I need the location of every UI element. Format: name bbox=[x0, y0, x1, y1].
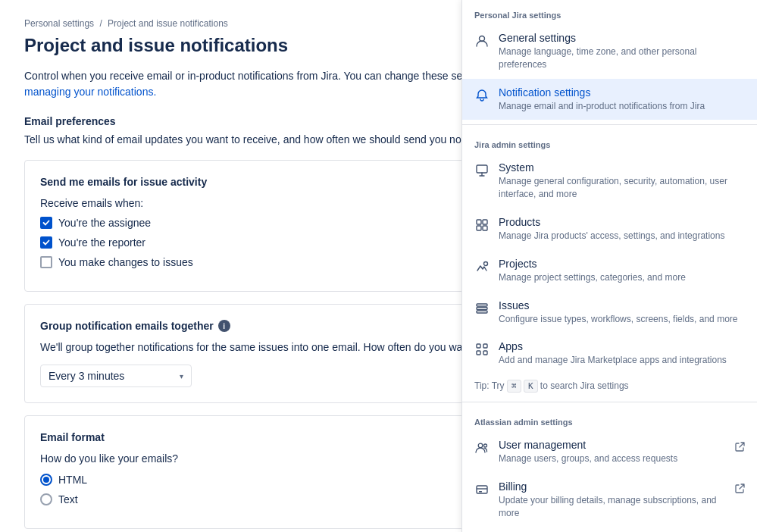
breadcrumb-personal-settings[interactable]: Personal settings bbox=[24, 18, 94, 29]
radio-text-button[interactable] bbox=[40, 493, 52, 505]
grid-icon bbox=[474, 217, 490, 233]
billing-desc: Update your billing details, manage subs… bbox=[499, 494, 726, 520]
checkbox-changes-label: You make changes to issues bbox=[58, 256, 193, 268]
breadcrumb-current: Project and issue notifications bbox=[108, 18, 228, 29]
checkbox-reporter-label: You're the reporter bbox=[58, 236, 145, 249]
notification-settings-text: Notification settings Manage email and i… bbox=[499, 86, 745, 113]
panel-item-system[interactable]: System Manage general configuration, sec… bbox=[462, 154, 757, 208]
group-notification-title: Group notification emails together bbox=[40, 320, 214, 332]
panel-item-issues[interactable]: Issues Configure issue types, workflows,… bbox=[462, 292, 757, 333]
checkbox-changes-box[interactable] bbox=[40, 256, 52, 268]
billing-title: Billing bbox=[499, 480, 726, 493]
svg-point-14 bbox=[478, 443, 483, 448]
svg-rect-1 bbox=[477, 165, 487, 173]
radio-html-label: HTML bbox=[58, 474, 87, 486]
billing-ext-icon bbox=[735, 483, 745, 496]
radio-html-button[interactable] bbox=[40, 474, 52, 486]
bell-icon bbox=[474, 88, 490, 103]
dropdown-value: Every 3 minutes bbox=[48, 370, 124, 382]
monitor-icon bbox=[474, 163, 490, 178]
notification-settings-desc: Manage email and in-product notification… bbox=[499, 100, 745, 113]
checkbox-assignee-label: You're the assignee bbox=[58, 217, 151, 229]
user-management-title: User management bbox=[499, 439, 726, 451]
atlassian-section-title: Atlassian admin settings bbox=[462, 407, 757, 431]
user-management-desc: Manage users, groups, and access request… bbox=[499, 452, 726, 465]
group-interval-dropdown[interactable]: Every 3 minutes ▾ bbox=[40, 365, 192, 387]
personal-section-title: Personal Jira settings bbox=[462, 0, 757, 24]
billing-icon bbox=[474, 482, 490, 497]
projects-text: Projects Manage project settings, catego… bbox=[499, 258, 745, 284]
panel-item-billing[interactable]: Billing Update your billing details, man… bbox=[462, 473, 757, 527]
panel-item-general-settings[interactable]: General settings Manage language, time z… bbox=[462, 24, 757, 79]
radio-text-label: Text bbox=[58, 493, 78, 505]
breadcrumb-separator: / bbox=[99, 18, 102, 29]
page-layout: Personal settings / Project and issue no… bbox=[0, 0, 757, 532]
notification-settings-title: Notification settings bbox=[499, 86, 745, 99]
projects-icon bbox=[474, 259, 490, 274]
svg-rect-10 bbox=[477, 344, 480, 348]
users-icon bbox=[474, 440, 490, 455]
panel-divider-1 bbox=[462, 124, 757, 125]
apps-icon bbox=[474, 342, 490, 357]
tip-suffix: to search Jira settings bbox=[540, 380, 629, 391]
projects-desc: Manage project settings, categories, and… bbox=[499, 271, 745, 284]
chevron-down-icon: ▾ bbox=[180, 372, 183, 380]
checkbox-reporter-box[interactable] bbox=[40, 236, 52, 249]
svg-rect-12 bbox=[477, 351, 480, 355]
system-title: System bbox=[499, 161, 745, 174]
system-text: System Manage general configuration, sec… bbox=[499, 161, 745, 201]
panel-item-user-management[interactable]: User management Manage users, groups, an… bbox=[462, 431, 757, 473]
tip-key1: ⌘ bbox=[507, 380, 521, 393]
products-text: Products Manage Jira products' access, s… bbox=[499, 216, 745, 243]
svg-point-6 bbox=[484, 261, 488, 265]
issues-text: Issues Configure issue types, workflows,… bbox=[499, 299, 745, 326]
right-panel: Personal Jira settings General settings … bbox=[461, 0, 757, 532]
person-icon bbox=[474, 33, 490, 49]
apps-title: Apps bbox=[499, 340, 745, 352]
svg-rect-7 bbox=[477, 304, 487, 306]
tip-key2: K bbox=[524, 380, 538, 393]
svg-point-15 bbox=[484, 444, 487, 447]
projects-title: Projects bbox=[499, 258, 745, 270]
issues-title: Issues bbox=[499, 299, 745, 311]
checkbox-assignee-box[interactable] bbox=[40, 217, 52, 229]
issues-desc: Configure issue types, workflows, screen… bbox=[499, 313, 745, 326]
products-title: Products bbox=[499, 216, 745, 228]
general-settings-text: General settings Manage language, time z… bbox=[499, 32, 745, 71]
user-management-ext-icon bbox=[735, 442, 745, 454]
system-desc: Manage general configuration, security, … bbox=[499, 175, 745, 201]
panel-item-products[interactable]: Products Manage Jira products' access, s… bbox=[462, 208, 757, 250]
svg-rect-3 bbox=[483, 220, 487, 224]
svg-rect-8 bbox=[477, 307, 487, 309]
svg-rect-13 bbox=[483, 351, 487, 355]
svg-rect-11 bbox=[483, 344, 487, 348]
svg-rect-9 bbox=[477, 311, 487, 313]
tip-row: Tip: Try ⌘ K to search Jira settings bbox=[462, 374, 757, 397]
billing-text: Billing Update your billing details, man… bbox=[499, 480, 726, 520]
svg-rect-16 bbox=[477, 486, 487, 493]
info-icon[interactable]: i bbox=[218, 320, 230, 332]
svg-rect-5 bbox=[483, 226, 487, 230]
admin-section-title: Jira admin settings bbox=[462, 130, 757, 154]
svg-rect-4 bbox=[477, 226, 481, 230]
general-settings-desc: Manage language, time zone, and other pe… bbox=[499, 45, 745, 71]
panel-item-notification-settings[interactable]: Notification settings Manage email and i… bbox=[462, 79, 757, 120]
general-settings-title: General settings bbox=[499, 32, 745, 44]
tip-text: Tip: Try bbox=[474, 380, 505, 391]
svg-rect-2 bbox=[477, 220, 481, 224]
apps-text: Apps Add and manage Jira Marketplace app… bbox=[499, 340, 745, 367]
panel-divider-2 bbox=[462, 402, 757, 402]
panel-item-apps[interactable]: Apps Add and manage Jira Marketplace app… bbox=[462, 333, 757, 374]
panel-item-projects[interactable]: Projects Manage project settings, catego… bbox=[462, 250, 757, 292]
issues-icon bbox=[474, 301, 490, 316]
apps-desc: Add and manage Jira Marketplace apps and… bbox=[499, 354, 745, 367]
svg-rect-17 bbox=[479, 491, 482, 493]
products-desc: Manage Jira products' access, settings, … bbox=[499, 230, 745, 243]
user-management-text: User management Manage users, groups, an… bbox=[499, 439, 726, 465]
